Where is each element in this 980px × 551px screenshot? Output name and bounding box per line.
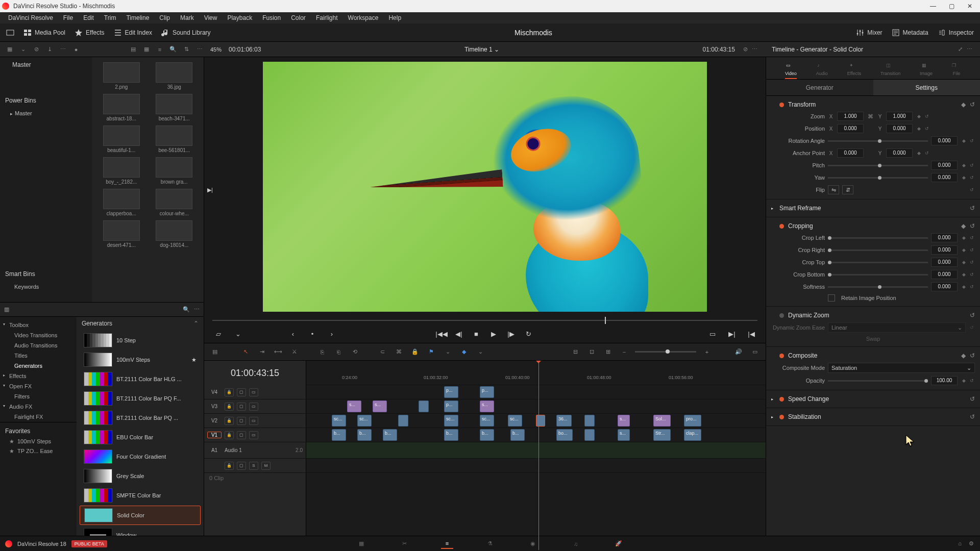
crop-right-input[interactable]: 0.000 bbox=[931, 245, 958, 255]
generator-item[interactable]: BT.2111 Color Bar PQ ... bbox=[80, 409, 201, 427]
chevron-down-icon[interactable]: ⌄ bbox=[475, 346, 486, 358]
bypass-icon[interactable]: ⊘ bbox=[741, 45, 750, 54]
chevron-down-icon[interactable]: ⌄ bbox=[18, 45, 28, 54]
replace-icon[interactable]: ⟲ bbox=[349, 346, 360, 358]
inspector-button[interactable]: Inspector bbox=[938, 29, 974, 37]
go-start-button[interactable]: |◀◀ bbox=[434, 328, 449, 340]
page-deliver[interactable]: 🚀 bbox=[612, 539, 625, 549]
timeline-clip[interactable]: Sol... bbox=[653, 415, 671, 427]
track-head-v4[interactable]: V4🔒▢▭ bbox=[204, 385, 306, 399]
chevron-down-icon[interactable]: ⌄ bbox=[231, 328, 245, 340]
generator-item[interactable]: Grey Scale bbox=[80, 467, 201, 485]
timeline-clip[interactable]: s... bbox=[480, 400, 494, 412]
media-thumb[interactable]: desert-471... bbox=[97, 220, 146, 248]
maximize-button[interactable]: ▢ bbox=[943, 1, 960, 11]
sort-icon[interactable]: ⇅ bbox=[182, 45, 191, 54]
softness-slider[interactable] bbox=[828, 286, 928, 288]
bin-view-icon[interactable]: ▦ bbox=[5, 45, 14, 54]
timeline-clip[interactable]: pro... bbox=[684, 415, 701, 427]
tree-generators[interactable]: Generators bbox=[0, 361, 77, 371]
more-icon[interactable]: ⋯ bbox=[194, 306, 200, 313]
inspector-tab-video[interactable]: ▭Video bbox=[785, 63, 797, 79]
retain-checkbox[interactable] bbox=[828, 294, 835, 302]
link-icon[interactable]: ⌘ bbox=[393, 346, 404, 358]
timeline-clip[interactable]: s... bbox=[618, 415, 630, 427]
timeline-content[interactable]: 0:24:0001:00:32:0001:00:40:0001:00:48:00… bbox=[306, 361, 766, 550]
menu-fusion[interactable]: Fusion bbox=[258, 13, 285, 23]
icon-button[interactable] bbox=[6, 29, 14, 37]
strip-view-icon[interactable]: ▤ bbox=[129, 45, 138, 54]
media-thumb[interactable]: abstract-18... bbox=[97, 94, 146, 121]
track-head-a1-ctrl[interactable]: 🔒▢SM bbox=[204, 459, 306, 473]
tree-titles[interactable]: Titles bbox=[0, 350, 77, 361]
panel-layout-icon[interactable]: ▥ bbox=[4, 306, 9, 313]
media-thumb[interactable]: dog-18014... bbox=[150, 220, 199, 248]
timeline-clip[interactable]: b... bbox=[444, 429, 458, 441]
track-v4[interactable]: p...p... bbox=[306, 385, 766, 399]
media-thumb[interactable]: colour-whe... bbox=[150, 189, 199, 216]
crop-right-slider[interactable] bbox=[828, 249, 928, 251]
crop-left-slider[interactable] bbox=[828, 237, 928, 239]
timeline-clip[interactable]: bo... bbox=[556, 429, 573, 441]
timeline-name[interactable]: Timeline 1 ⌄ bbox=[464, 46, 499, 53]
dynamic-trim-icon[interactable]: ⟷ bbox=[273, 346, 284, 358]
track-v1[interactable]: b...b...b...b...b...b...bo...s...Str...c… bbox=[306, 428, 766, 442]
media-thumb[interactable]: beautiful-1... bbox=[97, 126, 146, 153]
expand-icon[interactable]: ⤢ bbox=[955, 45, 965, 54]
favorite-item[interactable]: TP ZO... Ease bbox=[0, 446, 77, 456]
stop-button[interactable]: ■ bbox=[469, 328, 483, 340]
record-icon[interactable]: ● bbox=[71, 45, 81, 54]
timeline-clip[interactable]: p... bbox=[444, 386, 458, 398]
group-head-composite[interactable]: Composite◆↺ bbox=[771, 350, 975, 361]
crop-left-input[interactable]: 0.000 bbox=[931, 233, 958, 242]
flag-icon[interactable]: ⚑ bbox=[426, 346, 437, 358]
more-icon[interactable]: ⋯ bbox=[965, 45, 974, 54]
page-edit[interactable]: ≡ bbox=[441, 539, 453, 549]
play-button[interactable]: ▶ bbox=[486, 328, 501, 340]
inspector-subtab-generator[interactable]: Generator bbox=[766, 80, 873, 95]
inspector-tab-audio[interactable]: ♪Audio bbox=[816, 63, 828, 79]
flip-v-button[interactable]: ⇵ bbox=[842, 185, 853, 194]
page-color[interactable]: ◉ bbox=[527, 539, 539, 549]
timeline-clip[interactable] bbox=[419, 400, 429, 412]
tree-audiofx[interactable]: Audio FX bbox=[0, 402, 77, 412]
overlay-icon[interactable]: ▱ bbox=[211, 328, 226, 340]
list-view-icon[interactable]: ≡ bbox=[155, 45, 164, 54]
generator-item[interactable]: BT.2111 Color Bar PQ F... bbox=[80, 389, 201, 408]
collapse-icon[interactable]: ⌃ bbox=[193, 320, 199, 327]
track-v2[interactable]: sc...sc...sc...sc...sc...36...s...Sol...… bbox=[306, 414, 766, 428]
timeline-clip[interactable] bbox=[536, 415, 545, 427]
zoom-y-input[interactable]: 1.000 bbox=[886, 112, 913, 121]
crop-top-input[interactable]: 0.000 bbox=[931, 258, 958, 267]
timeline-clip[interactable]: s... bbox=[347, 400, 361, 412]
more-icon[interactable]: ⋯ bbox=[58, 45, 67, 54]
crop-bottom-input[interactable]: 0.000 bbox=[931, 270, 958, 279]
sound-library-button[interactable]: Sound Library bbox=[161, 29, 211, 37]
generator-item[interactable]: SMPTE Color Bar bbox=[80, 486, 201, 505]
edit-index-button[interactable]: Edit Index bbox=[114, 29, 152, 37]
zoom-out-icon[interactable]: ⊟ bbox=[570, 346, 581, 358]
generator-item[interactable]: 10 Step bbox=[80, 331, 201, 349]
menu-fairlight[interactable]: Fairlight bbox=[312, 13, 342, 23]
import-icon[interactable]: ⤓ bbox=[45, 45, 54, 54]
generator-item[interactable]: Four Color Gradient bbox=[80, 447, 201, 466]
viewer-scrubber[interactable] bbox=[212, 316, 757, 324]
menu-mark[interactable]: Mark bbox=[176, 13, 198, 23]
effects-button[interactable]: Effects bbox=[75, 29, 104, 37]
group-head-dynamic-zoom[interactable]: Dynamic Zoom↺ bbox=[771, 310, 975, 321]
anchor-x-input[interactable]: 0.000 bbox=[837, 148, 864, 158]
timeline-clip[interactable]: s... bbox=[373, 400, 387, 412]
inspector-tab-image[interactable]: ▦Image bbox=[920, 63, 933, 79]
media-thumb[interactable]: bee-561801... bbox=[150, 126, 199, 153]
anchor-y-input[interactable]: 0.000 bbox=[886, 148, 913, 158]
group-head-stabilization[interactable]: Stabilization↺ bbox=[771, 411, 975, 422]
search-icon[interactable]: 🔍 bbox=[183, 306, 190, 313]
track-a1[interactable] bbox=[306, 442, 766, 459]
menu-playback[interactable]: Playback bbox=[223, 13, 256, 23]
trim-tool-icon[interactable]: ⇥ bbox=[256, 346, 267, 358]
flip-h-button[interactable]: ⇋ bbox=[828, 185, 839, 194]
close-button[interactable]: ✕ bbox=[962, 1, 978, 11]
playhead[interactable] bbox=[538, 361, 539, 550]
timeline-clip[interactable] bbox=[584, 415, 595, 427]
menu-davinci[interactable]: DaVinci Resolve bbox=[4, 13, 57, 23]
